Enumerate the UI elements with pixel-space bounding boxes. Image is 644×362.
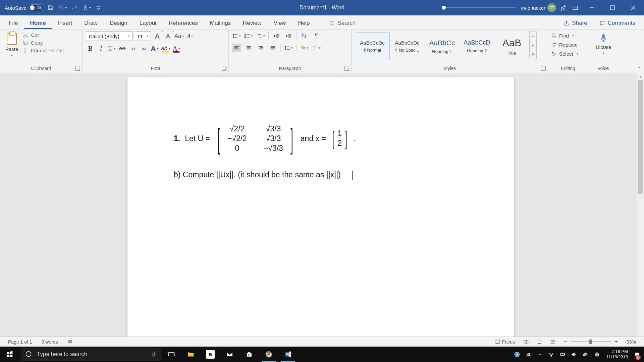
align-left-button[interactable] bbox=[232, 44, 241, 52]
find-button[interactable]: Find▾ bbox=[551, 33, 578, 39]
italic-button[interactable]: I bbox=[97, 44, 105, 53]
tab-layout[interactable]: Layout bbox=[133, 16, 163, 29]
align-right-button[interactable] bbox=[256, 44, 265, 52]
comments-button[interactable]: Comments bbox=[593, 20, 641, 29]
clipboard-launcher-icon[interactable] bbox=[75, 66, 80, 71]
text-effects-button[interactable]: A▾ bbox=[150, 44, 159, 53]
tell-me-search[interactable]: Search bbox=[329, 20, 356, 29]
word-count[interactable]: 0 words bbox=[37, 339, 63, 345]
font-size-select[interactable]: 11▾ bbox=[135, 32, 151, 41]
justify-button[interactable] bbox=[268, 44, 277, 52]
read-mode-button[interactable] bbox=[520, 339, 533, 344]
paragraph-launcher-icon[interactable] bbox=[344, 66, 349, 71]
mail-button[interactable] bbox=[220, 347, 239, 362]
sort-button[interactable]: AZ bbox=[300, 32, 309, 40]
redo-icon[interactable] bbox=[69, 3, 79, 13]
store-button[interactable] bbox=[239, 347, 259, 362]
focus-mode-button[interactable]: Focus bbox=[490, 339, 520, 345]
subscript-button[interactable]: x2 bbox=[129, 44, 138, 53]
shading-button[interactable]: ▾ bbox=[300, 44, 309, 52]
superscript-button[interactable]: x2 bbox=[140, 44, 148, 53]
collapse-ribbon-button[interactable]: ⌃ bbox=[637, 66, 641, 71]
start-button[interactable] bbox=[0, 347, 19, 362]
font-name-select[interactable]: Calibri (Body)▾ bbox=[86, 32, 133, 41]
format-painter-button[interactable]: Format Painter bbox=[23, 48, 64, 53]
vertical-scrollbar[interactable] bbox=[637, 73, 644, 347]
styles-scroll-down[interactable] bbox=[530, 41, 536, 50]
task-view-button[interactable] bbox=[162, 347, 181, 362]
tray-wifi[interactable] bbox=[546, 347, 556, 362]
style-item[interactable]: AaBbCcDc¶ No Spac... bbox=[390, 33, 425, 60]
bold-button[interactable]: B bbox=[86, 44, 95, 53]
user-name[interactable]: evie tucker bbox=[521, 5, 545, 11]
tray-help[interactable]: ? bbox=[512, 347, 522, 362]
tab-file[interactable]: File bbox=[3, 16, 24, 29]
tab-draw[interactable]: Draw bbox=[78, 16, 104, 29]
tab-mailings[interactable]: Mailings bbox=[204, 16, 237, 29]
tray-onedrive[interactable] bbox=[581, 347, 591, 362]
web-layout-button[interactable] bbox=[546, 339, 560, 344]
style-item[interactable]: AaBbCcDHeading 2 bbox=[460, 33, 494, 60]
paste-button[interactable]: Paste ▾ bbox=[3, 32, 20, 58]
tab-references[interactable]: References bbox=[163, 16, 204, 29]
font-color-button[interactable]: A▾ bbox=[172, 44, 181, 53]
tray-people[interactable] bbox=[524, 347, 534, 362]
page-indicator[interactable]: Page 1 of 1 bbox=[3, 339, 37, 345]
tab-view[interactable]: View bbox=[268, 16, 292, 29]
spelling-status[interactable] bbox=[63, 339, 77, 344]
align-center-button[interactable] bbox=[244, 44, 253, 52]
scroll-up-button[interactable] bbox=[637, 73, 644, 80]
customize-qat-icon[interactable] bbox=[94, 3, 104, 13]
select-button[interactable]: Select▾ bbox=[551, 51, 578, 57]
save-icon[interactable] bbox=[45, 3, 55, 13]
close-button[interactable] bbox=[624, 0, 643, 15]
tray-volume[interactable] bbox=[569, 347, 579, 362]
numbering-button[interactable]: 123▾ bbox=[244, 32, 253, 40]
tab-insert[interactable]: Insert bbox=[52, 16, 78, 29]
tab-home[interactable]: Home bbox=[24, 16, 52, 29]
page[interactable]: 1. Let U = [ √2/2√3/3 −√2/2√3/3 0−√3/3 ]… bbox=[127, 77, 514, 347]
tray-clock[interactable]: 7:19 PM 11/18/2019 bbox=[603, 349, 631, 359]
microphone-icon[interactable] bbox=[150, 351, 157, 358]
tray-battery[interactable] bbox=[558, 347, 568, 362]
underline-button[interactable]: U▾ bbox=[107, 44, 116, 53]
zoom-in-button[interactable]: + bbox=[614, 338, 618, 345]
cut-button[interactable]: Cut bbox=[23, 32, 64, 38]
tab-review[interactable]: Review bbox=[237, 16, 268, 29]
increase-indent-button[interactable] bbox=[284, 32, 293, 40]
styles-launcher-icon[interactable] bbox=[541, 66, 546, 71]
minimize-button[interactable] bbox=[582, 0, 601, 15]
tray-chevron-up[interactable] bbox=[535, 347, 545, 362]
tray-sync[interactable] bbox=[592, 347, 602, 362]
bullets-button[interactable]: ▾ bbox=[232, 32, 241, 40]
show-marks-button[interactable]: ¶ bbox=[312, 32, 321, 40]
undo-icon[interactable]: ▾ bbox=[57, 3, 67, 13]
touch-mode-icon[interactable]: ▾ bbox=[82, 3, 92, 13]
autosave-toggle[interactable]: AutoSave Off bbox=[5, 4, 43, 11]
titlebar-slider[interactable] bbox=[442, 7, 516, 9]
maximize-button[interactable] bbox=[603, 0, 622, 15]
borders-button[interactable]: ▾ bbox=[312, 44, 321, 52]
dictate-button[interactable]: Dictate ▾ bbox=[592, 32, 615, 57]
replace-button[interactable]: Replace bbox=[551, 42, 578, 48]
tab-design[interactable]: Design bbox=[104, 16, 133, 29]
print-layout-button[interactable] bbox=[533, 339, 546, 344]
copy-button[interactable]: Copy bbox=[23, 40, 64, 46]
styles-expand[interactable] bbox=[530, 50, 536, 59]
tray-notifications[interactable]: 5 bbox=[632, 347, 642, 362]
shrink-font-button[interactable]: Aˇ bbox=[164, 32, 172, 41]
change-case-button[interactable]: Aa▾ bbox=[174, 32, 184, 41]
scroll-thumb[interactable] bbox=[638, 80, 643, 194]
highlight-button[interactable]: ab▾ bbox=[161, 44, 170, 53]
user-avatar[interactable]: ET bbox=[547, 3, 556, 12]
tab-help[interactable]: Help bbox=[292, 16, 316, 29]
grow-font-button[interactable]: Aˆ bbox=[153, 32, 162, 41]
style-item[interactable]: AaBTitle bbox=[494, 33, 529, 60]
taskbar-search[interactable]: Type here to search bbox=[21, 348, 162, 361]
multilevel-button[interactable]: ▾ bbox=[256, 32, 265, 40]
zoom-level[interactable]: 93% bbox=[622, 339, 641, 345]
share-button[interactable]: Share bbox=[557, 20, 593, 29]
font-launcher-icon[interactable] bbox=[222, 66, 226, 71]
ribbon-display-icon[interactable] bbox=[570, 3, 580, 13]
decrease-indent-button[interactable] bbox=[272, 32, 281, 40]
